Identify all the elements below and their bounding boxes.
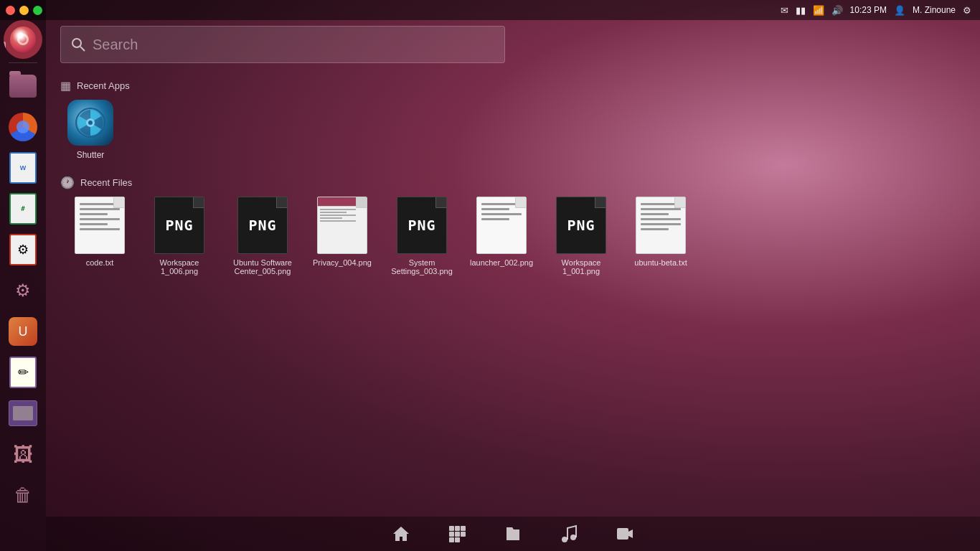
file-icon-workspace1-001: PNG [552,197,610,254]
files-grid: code.txt PNG Workspace 1_006.png P [67,197,980,276]
screenshot-header [318,197,367,206]
file-icon-workspace1-006: PNG [151,197,208,254]
presentation-icon [9,400,37,426]
png-label: PNG [165,217,193,234]
writer-icon: W [9,152,37,184]
launcher-item-software[interactable]: U [4,312,42,351]
file-icon-ubuntu-beta-txt [632,197,689,254]
close-button[interactable] [6,6,15,15]
firefox-icon [9,113,37,141]
png-label: PNG [248,217,276,234]
photo-icon: 🖼 [13,443,33,466]
png-label: PNG [567,217,595,234]
svg-point-13 [562,537,567,542]
mail-icon[interactable]: ✉ [781,5,788,16]
bottom-btn-video[interactable] [611,520,639,547]
software-center-icon: U [9,317,37,346]
svg-rect-5 [449,526,454,531]
file-item-privacy-004[interactable]: Privacy_004.png [310,197,374,267]
bottom-btn-home[interactable] [387,520,415,547]
maximize-button[interactable] [33,6,42,15]
launcher-item-writer[interactable]: W [4,149,42,187]
bottom-btn-files[interactable] [499,520,527,547]
recent-apps-header: ▦ Recent Apps [60,79,980,93]
recent-files-section: 🕐 Recent Files [60,176,980,276]
launcher-item-photos[interactable]: 🖼 [4,435,42,474]
file-label-ubuntu-beta-txt: ubuntu-beta.txt [634,258,687,267]
shutter-icon [67,100,113,146]
clock: 10:23 PM [850,5,887,15]
recent-files-label: Recent Files [80,177,132,188]
file-item-launcher-002[interactable]: launcher_002.png [469,197,534,267]
launcher-item-trash[interactable]: 🗑 [4,476,42,514]
file-label-system-settings-003: System Settings_003.png [386,258,458,276]
svg-line-1 [80,47,85,51]
file-label-code-txt: code.txt [86,258,114,267]
file-icon-launcher-002 [473,197,530,254]
file-item-ubuntu-beta-txt[interactable]: ubuntu-beta.txt [628,197,693,267]
bottom-btn-music[interactable] [555,520,583,547]
launcher-item-calc[interactable]: # [4,189,42,228]
volume-icon[interactable]: 🔊 [831,5,843,16]
file-icon-system-settings-003: PNG [393,197,451,254]
launcher-item-presentation[interactable] [4,394,42,433]
file-label-launcher-002: launcher_002.png [470,258,533,267]
minimize-button[interactable] [19,6,29,15]
impress-icon: ⚙ [9,234,37,265]
file-item-ubuntu-software-005[interactable]: PNG Ubuntu Software Center_005.png [227,197,298,276]
dash: ▦ Recent Apps [46,0,980,551]
screenshot-body [318,206,367,253]
app-item-shutter[interactable]: Shutter [67,100,113,160]
file-icon-privacy-004 [314,197,371,254]
svg-rect-6 [455,526,460,531]
wifi-icon: 📶 [813,5,824,16]
svg-point-0 [72,39,81,47]
search-bar [60,26,505,63]
svg-rect-9 [455,532,460,537]
username[interactable]: M. Zinoune [913,5,956,15]
system-settings-icon: ⚙ [15,281,31,301]
launcher-item-firefox[interactable] [4,108,42,146]
launcher-active-indicator [4,42,6,56]
recent-files-header: 🕐 Recent Files [60,176,980,189]
recent-apps-section: ▦ Recent Apps [60,79,980,160]
recent-apps-label: Recent Apps [77,80,130,91]
file-item-code-txt[interactable]: code.txt [67,197,132,267]
launcher-item-text-editor[interactable]: ✏ [4,353,42,392]
search-icon [71,37,85,52]
recent-files-icon: 🕐 [60,176,75,189]
user-icon: 👤 [894,5,905,16]
battery-icon: ▮▮ [796,5,806,16]
svg-rect-15 [617,528,628,540]
launcher: W # ⚙ ⚙ U ✏ 🖼 [0,0,46,551]
bottom-btn-apps[interactable] [443,520,471,547]
titlebar-right: ✉ ▮▮ 📶 🔊 10:23 PM 👤 M. Zinoune ⚙ [781,5,980,16]
settings-icon[interactable]: ⚙ [963,5,971,16]
svg-rect-10 [461,532,466,537]
desktop: ✉ ▮▮ 📶 🔊 10:23 PM 👤 M. Zinoune ⚙ [0,0,980,551]
svg-point-14 [570,534,576,540]
launcher-divider [9,62,37,63]
file-label-ubuntu-software-005: Ubuntu Software Center_005.png [227,258,298,276]
search-input[interactable] [93,37,494,53]
launcher-item-impress[interactable]: ⚙ [4,230,42,269]
window-controls [0,6,42,15]
launcher-item-files[interactable] [4,67,42,105]
file-icon-ubuntu-software-005: PNG [234,197,291,254]
app-label-shutter: Shutter [77,150,105,160]
file-item-system-settings-003[interactable]: PNG System Settings_003.png [386,197,458,276]
svg-rect-7 [461,526,466,531]
ubuntu-logo-icon [10,27,36,52]
launcher-item-settings[interactable]: ⚙ [4,271,42,310]
calc-icon: # [9,193,37,225]
svg-point-4 [88,121,93,125]
launcher-item-ubuntu[interactable] [4,20,42,59]
svg-rect-12 [455,537,460,542]
bottom-bar [46,517,980,551]
titlebar: ✉ ▮▮ 📶 🔊 10:23 PM 👤 M. Zinoune ⚙ [0,0,980,20]
svg-rect-11 [449,537,454,542]
file-item-workspace1-001[interactable]: PNG Workspace 1_001.png [545,197,617,276]
file-item-workspace1-006[interactable]: PNG Workspace 1_006.png [143,197,215,276]
png-label: PNG [407,217,435,234]
apps-grid: Shutter [67,100,980,160]
